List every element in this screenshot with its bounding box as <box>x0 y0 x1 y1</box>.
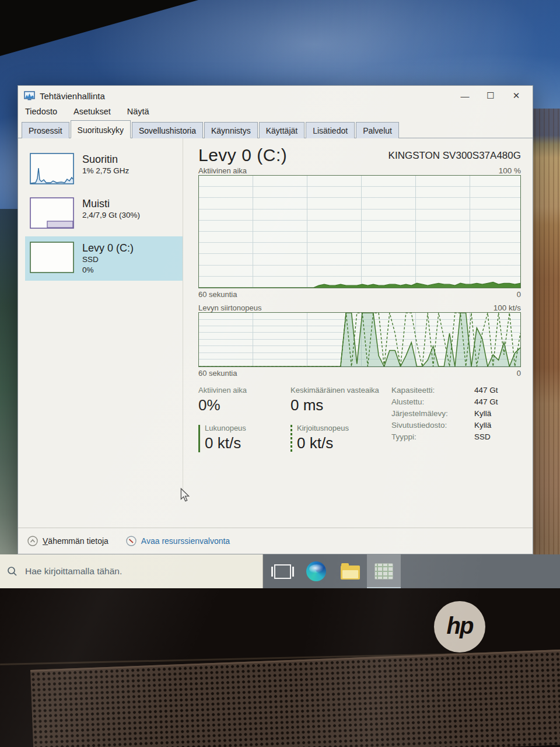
task-manager-taskbar-button[interactable] <box>367 554 401 588</box>
photo-of-laptop-screen: Tehtävienhallinta — ☐ ✕ Tiedosto Asetuks… <box>0 0 560 747</box>
stat-active-time: Aktiivinen aika 0% <box>198 386 290 414</box>
sidebar-item-cpu[interactable]: Suoritin 1% 2,75 GHz <box>25 148 183 190</box>
stat-write-speed: Kirjoitusnopeus 0 kt/s <box>290 424 388 452</box>
page-title: Levy 0 (C:) <box>198 145 287 165</box>
chart2-xleft: 60 sekuntia <box>198 369 237 378</box>
tab-suorituskyky[interactable]: Suorituskyky <box>71 120 131 138</box>
tab-strip: Prosessit Suorituskyky Sovellushistoria … <box>18 120 533 138</box>
tab-kayttajat[interactable]: Käyttäjät <box>259 122 304 138</box>
tab-prosessit[interactable]: Prosessit <box>22 122 69 138</box>
cpu-mini-chart <box>30 153 74 184</box>
menu-asetukset[interactable]: Asetukset <box>74 107 111 116</box>
tab-sovellushistoria[interactable]: Sovellushistoria <box>132 122 203 138</box>
file-explorer-icon <box>341 566 360 580</box>
chart2-xright: 0 <box>517 369 521 378</box>
sidebar-cpu-label: Suoritin <box>82 153 129 166</box>
mouse-cursor <box>178 488 191 502</box>
disk-mini-chart <box>30 242 74 273</box>
menu-bar: Tiedosto Asetukset Näytä <box>18 106 533 120</box>
device-name: KINGSTON SV300S37A480G <box>388 145 521 162</box>
transfer-rate-chart <box>198 312 521 367</box>
open-resource-monitor-link[interactable]: Avaa resurssienvalvonta <box>126 536 230 546</box>
sidebar-cpu-value: 1% 2,75 GHz <box>82 166 129 176</box>
sidebar-disk-type: SSD <box>82 254 134 265</box>
chevron-up-circle-icon <box>27 536 38 546</box>
menu-nayta[interactable]: Näytä <box>127 107 149 116</box>
chart2-max: 100 kt/s <box>494 303 521 312</box>
title-bar: Tehtävienhallinta — ☐ ✕ <box>18 86 533 106</box>
task-view-icon <box>274 564 291 579</box>
edge-icon <box>306 561 326 581</box>
wallpaper-canyon <box>531 109 560 556</box>
taskbar-search-box[interactable] <box>0 554 263 588</box>
minimize-button[interactable]: — <box>452 87 478 104</box>
maximize-button[interactable]: ☐ <box>478 87 503 104</box>
chart1-label: Aktiivinen aika <box>198 166 247 175</box>
sidebar-disk-label: Levy 0 (C:) <box>82 242 134 254</box>
task-manager-app-icon <box>24 91 35 101</box>
window-title: Tehtävienhallinta <box>40 91 105 101</box>
hp-logo: hp <box>434 601 485 652</box>
task-manager-window: Tehtävienhallinta — ☐ ✕ Tiedosto Asetuks… <box>18 85 533 554</box>
sidebar-memory-value: 2,4/7,9 Gt (30%) <box>82 210 140 221</box>
status-bar: Vähemmän tietoja Avaa resurssienvalvonta <box>18 528 533 554</box>
speaker-grille <box>30 648 560 747</box>
active-time-chart <box>198 175 521 288</box>
sidebar-disk-value: 0% <box>82 265 134 275</box>
chart1-xright: 0 <box>517 290 521 299</box>
edge-browser-button[interactable] <box>299 554 333 588</box>
read-speed-legend-key <box>198 425 200 452</box>
tab-palvelut[interactable]: Palvelut <box>356 122 399 138</box>
taskbar-icon-area <box>263 554 560 588</box>
windows-taskbar <box>0 554 560 588</box>
disk-detail-pane: Levy 0 (C:) KINGSTON SV300S37A480G Aktii… <box>183 138 533 495</box>
task-view-button[interactable] <box>265 554 299 588</box>
fewer-details-button[interactable]: Vähemmän tietoja <box>27 536 108 546</box>
chart2-label: Levyn siirtonopeus <box>198 303 261 312</box>
chart1-max: 100 % <box>499 166 521 175</box>
performance-content: Suoritin 1% 2,75 GHz Muisti 2,4/7,9 Gt (… <box>18 138 533 495</box>
stat-read-speed: Lukunopeus 0 kt/s <box>198 424 290 452</box>
stat-avg-response: Keskimääräinen vasteaika 0 ms <box>290 386 388 414</box>
task-manager-icon <box>374 563 393 580</box>
search-icon <box>7 566 18 577</box>
wallpaper-hills <box>0 209 18 556</box>
close-button[interactable]: ✕ <box>503 87 529 104</box>
search-input[interactable] <box>24 566 225 577</box>
tab-lisatiedot[interactable]: Lisätiedot <box>306 122 355 138</box>
laptop-body: hp <box>0 588 560 747</box>
chart1-xleft: 60 sekuntia <box>198 290 237 299</box>
memory-mini-chart <box>30 197 74 229</box>
file-explorer-button[interactable] <box>333 554 367 588</box>
big-stats: Aktiivinen aika 0% Keskimääräinen vastea… <box>198 386 388 452</box>
write-speed-legend-key <box>290 425 292 452</box>
window-controls: — ☐ ✕ <box>452 87 529 104</box>
sidebar-memory-label: Muisti <box>82 197 140 210</box>
performance-sidebar: Suoritin 1% 2,75 GHz Muisti 2,4/7,9 Gt (… <box>18 138 183 495</box>
resource-monitor-icon <box>126 536 136 546</box>
menu-tiedosto[interactable]: Tiedosto <box>25 107 57 116</box>
disk-details-list: Kapasiteetti:447 Gt Alustettu:447 Gt Jär… <box>391 386 498 452</box>
tab-kaynnistys[interactable]: Käynnistys <box>204 122 258 138</box>
sidebar-item-memory[interactable]: Muisti 2,4/7,9 Gt (30%) <box>25 192 183 234</box>
sidebar-item-disk0[interactable]: Levy 0 (C:) SSD 0% <box>25 236 183 281</box>
